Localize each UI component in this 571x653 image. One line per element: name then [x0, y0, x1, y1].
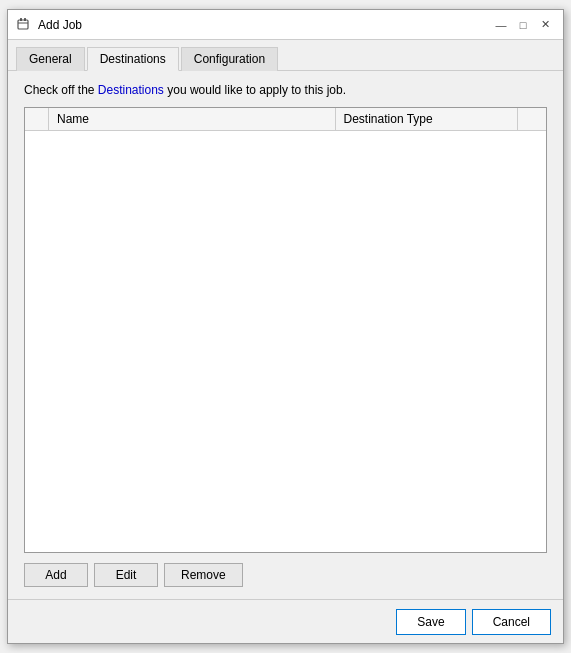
add-job-window: Add Job — □ ✕ General Destinations Confi… — [7, 9, 564, 644]
col-header-action — [517, 108, 546, 131]
col-header-name: Name — [48, 108, 335, 131]
title-bar: Add Job — □ ✕ — [8, 10, 563, 40]
svg-rect-2 — [24, 18, 26, 21]
remove-button[interactable]: Remove — [164, 563, 243, 587]
tab-general[interactable]: General — [16, 47, 85, 71]
col-header-checkbox — [25, 108, 48, 131]
content-area: Check off the Destinations you would lik… — [8, 71, 563, 599]
window-title: Add Job — [38, 18, 491, 32]
tabs-bar: General Destinations Configuration — [8, 40, 563, 71]
instruction-link: Destinations — [98, 83, 164, 97]
svg-rect-1 — [20, 18, 22, 21]
minimize-button[interactable]: — — [491, 15, 511, 35]
tab-destinations[interactable]: Destinations — [87, 47, 179, 71]
save-button[interactable]: Save — [396, 609, 465, 635]
edit-button[interactable]: Edit — [94, 563, 158, 587]
add-button[interactable]: Add — [24, 563, 88, 587]
cancel-button[interactable]: Cancel — [472, 609, 551, 635]
table-header-row: Name Destination Type — [25, 108, 546, 131]
tab-configuration[interactable]: Configuration — [181, 47, 278, 71]
destinations-table-container: Name Destination Type — [24, 107, 547, 553]
close-button[interactable]: ✕ — [535, 15, 555, 35]
svg-rect-0 — [18, 20, 28, 29]
instruction-text: Check off the Destinations you would lik… — [24, 83, 547, 97]
title-bar-controls: — □ ✕ — [491, 15, 555, 35]
col-header-destination-type: Destination Type — [335, 108, 517, 131]
maximize-button[interactable]: □ — [513, 15, 533, 35]
action-buttons: Add Edit Remove — [24, 563, 547, 587]
window-icon — [16, 17, 32, 33]
footer: Save Cancel — [8, 599, 563, 643]
destinations-table: Name Destination Type — [25, 108, 546, 131]
